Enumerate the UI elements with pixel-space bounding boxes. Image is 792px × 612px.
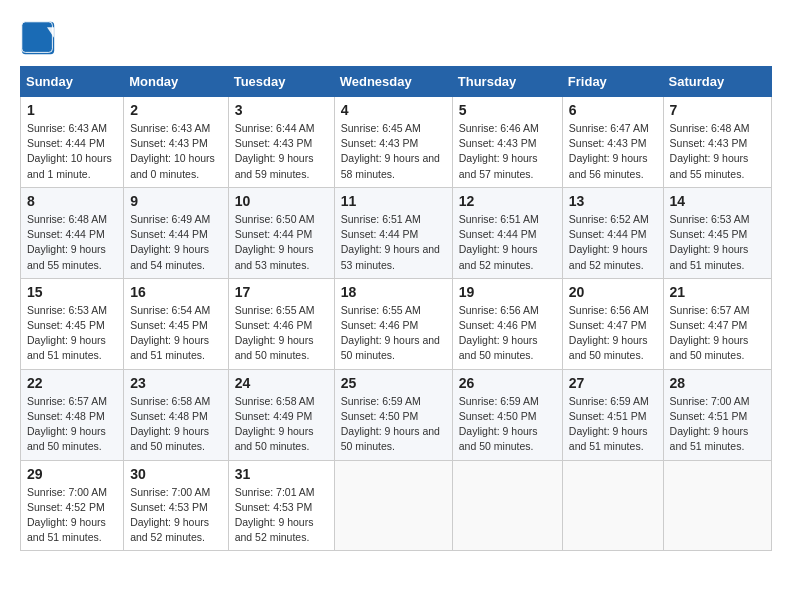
day-cell: 17 Sunrise: 6:55 AMSunset: 4:46 PMDaylig… (228, 278, 334, 369)
day-detail: Sunrise: 6:59 AMSunset: 4:50 PMDaylight:… (459, 395, 539, 453)
day-cell: 21 Sunrise: 6:57 AMSunset: 4:47 PMDaylig… (663, 278, 771, 369)
day-cell: 24 Sunrise: 6:58 AMSunset: 4:49 PMDaylig… (228, 369, 334, 460)
day-cell: 13 Sunrise: 6:52 AMSunset: 4:44 PMDaylig… (562, 187, 663, 278)
day-cell: 28 Sunrise: 7:00 AMSunset: 4:51 PMDaylig… (663, 369, 771, 460)
day-number: 5 (459, 102, 556, 118)
day-detail: Sunrise: 7:01 AMSunset: 4:53 PMDaylight:… (235, 486, 315, 544)
day-cell: 7 Sunrise: 6:48 AMSunset: 4:43 PMDayligh… (663, 97, 771, 188)
day-cell: 19 Sunrise: 6:56 AMSunset: 4:46 PMDaylig… (452, 278, 562, 369)
day-number: 3 (235, 102, 328, 118)
day-detail: Sunrise: 6:55 AMSunset: 4:46 PMDaylight:… (341, 304, 440, 362)
day-cell (452, 460, 562, 551)
day-number: 25 (341, 375, 446, 391)
day-number: 21 (670, 284, 765, 300)
day-cell: 12 Sunrise: 6:51 AMSunset: 4:44 PMDaylig… (452, 187, 562, 278)
day-detail: Sunrise: 6:51 AMSunset: 4:44 PMDaylight:… (341, 213, 440, 271)
calendar-table: SundayMondayTuesdayWednesdayThursdayFrid… (20, 66, 772, 551)
day-cell: 25 Sunrise: 6:59 AMSunset: 4:50 PMDaylig… (334, 369, 452, 460)
day-number: 22 (27, 375, 117, 391)
week-row-3: 15 Sunrise: 6:53 AMSunset: 4:45 PMDaylig… (21, 278, 772, 369)
day-detail: Sunrise: 7:00 AMSunset: 4:52 PMDaylight:… (27, 486, 107, 544)
day-detail: Sunrise: 6:56 AMSunset: 4:46 PMDaylight:… (459, 304, 539, 362)
day-detail: Sunrise: 6:48 AMSunset: 4:43 PMDaylight:… (670, 122, 750, 180)
day-cell: 1 Sunrise: 6:43 AMSunset: 4:44 PMDayligh… (21, 97, 124, 188)
day-number: 14 (670, 193, 765, 209)
day-detail: Sunrise: 6:51 AMSunset: 4:44 PMDaylight:… (459, 213, 539, 271)
day-cell: 14 Sunrise: 6:53 AMSunset: 4:45 PMDaylig… (663, 187, 771, 278)
day-number: 31 (235, 466, 328, 482)
column-header-tuesday: Tuesday (228, 67, 334, 97)
day-detail: Sunrise: 6:44 AMSunset: 4:43 PMDaylight:… (235, 122, 315, 180)
day-number: 26 (459, 375, 556, 391)
day-cell (663, 460, 771, 551)
day-detail: Sunrise: 6:54 AMSunset: 4:45 PMDaylight:… (130, 304, 210, 362)
day-cell: 4 Sunrise: 6:45 AMSunset: 4:43 PMDayligh… (334, 97, 452, 188)
day-cell: 29 Sunrise: 7:00 AMSunset: 4:52 PMDaylig… (21, 460, 124, 551)
day-detail: Sunrise: 6:58 AMSunset: 4:49 PMDaylight:… (235, 395, 315, 453)
day-detail: Sunrise: 6:53 AMSunset: 4:45 PMDaylight:… (27, 304, 107, 362)
day-number: 24 (235, 375, 328, 391)
day-detail: Sunrise: 6:57 AMSunset: 4:48 PMDaylight:… (27, 395, 107, 453)
day-number: 16 (130, 284, 221, 300)
day-cell: 15 Sunrise: 6:53 AMSunset: 4:45 PMDaylig… (21, 278, 124, 369)
day-number: 2 (130, 102, 221, 118)
day-cell: 16 Sunrise: 6:54 AMSunset: 4:45 PMDaylig… (124, 278, 228, 369)
day-number: 7 (670, 102, 765, 118)
day-detail: Sunrise: 6:56 AMSunset: 4:47 PMDaylight:… (569, 304, 649, 362)
day-detail: Sunrise: 6:59 AMSunset: 4:51 PMDaylight:… (569, 395, 649, 453)
day-cell: 9 Sunrise: 6:49 AMSunset: 4:44 PMDayligh… (124, 187, 228, 278)
column-header-thursday: Thursday (452, 67, 562, 97)
day-detail: Sunrise: 6:58 AMSunset: 4:48 PMDaylight:… (130, 395, 210, 453)
day-number: 1 (27, 102, 117, 118)
day-number: 10 (235, 193, 328, 209)
column-header-monday: Monday (124, 67, 228, 97)
day-detail: Sunrise: 6:43 AMSunset: 4:44 PMDaylight:… (27, 122, 112, 180)
calendar-header: SundayMondayTuesdayWednesdayThursdayFrid… (21, 67, 772, 97)
header-row: SundayMondayTuesdayWednesdayThursdayFrid… (21, 67, 772, 97)
day-number: 15 (27, 284, 117, 300)
page-header (20, 20, 772, 56)
day-cell (334, 460, 452, 551)
day-detail: Sunrise: 7:00 AMSunset: 4:53 PMDaylight:… (130, 486, 210, 544)
day-cell: 10 Sunrise: 6:50 AMSunset: 4:44 PMDaylig… (228, 187, 334, 278)
day-cell: 20 Sunrise: 6:56 AMSunset: 4:47 PMDaylig… (562, 278, 663, 369)
column-header-saturday: Saturday (663, 67, 771, 97)
logo (20, 20, 62, 56)
column-header-wednesday: Wednesday (334, 67, 452, 97)
day-cell: 6 Sunrise: 6:47 AMSunset: 4:43 PMDayligh… (562, 97, 663, 188)
day-number: 20 (569, 284, 657, 300)
day-detail: Sunrise: 6:50 AMSunset: 4:44 PMDaylight:… (235, 213, 315, 271)
day-detail: Sunrise: 6:55 AMSunset: 4:46 PMDaylight:… (235, 304, 315, 362)
day-cell: 31 Sunrise: 7:01 AMSunset: 4:53 PMDaylig… (228, 460, 334, 551)
day-cell: 27 Sunrise: 6:59 AMSunset: 4:51 PMDaylig… (562, 369, 663, 460)
day-number: 27 (569, 375, 657, 391)
day-cell: 3 Sunrise: 6:44 AMSunset: 4:43 PMDayligh… (228, 97, 334, 188)
column-header-sunday: Sunday (21, 67, 124, 97)
day-detail: Sunrise: 6:53 AMSunset: 4:45 PMDaylight:… (670, 213, 750, 271)
day-number: 12 (459, 193, 556, 209)
day-detail: Sunrise: 6:48 AMSunset: 4:44 PMDaylight:… (27, 213, 107, 271)
day-cell: 26 Sunrise: 6:59 AMSunset: 4:50 PMDaylig… (452, 369, 562, 460)
day-detail: Sunrise: 6:49 AMSunset: 4:44 PMDaylight:… (130, 213, 210, 271)
day-cell: 18 Sunrise: 6:55 AMSunset: 4:46 PMDaylig… (334, 278, 452, 369)
day-detail: Sunrise: 6:43 AMSunset: 4:43 PMDaylight:… (130, 122, 215, 180)
day-number: 30 (130, 466, 221, 482)
day-cell: 2 Sunrise: 6:43 AMSunset: 4:43 PMDayligh… (124, 97, 228, 188)
day-number: 18 (341, 284, 446, 300)
logo-icon (20, 20, 56, 56)
week-row-2: 8 Sunrise: 6:48 AMSunset: 4:44 PMDayligh… (21, 187, 772, 278)
day-number: 6 (569, 102, 657, 118)
day-cell: 5 Sunrise: 6:46 AMSunset: 4:43 PMDayligh… (452, 97, 562, 188)
day-detail: Sunrise: 6:59 AMSunset: 4:50 PMDaylight:… (341, 395, 440, 453)
day-cell: 30 Sunrise: 7:00 AMSunset: 4:53 PMDaylig… (124, 460, 228, 551)
day-detail: Sunrise: 6:45 AMSunset: 4:43 PMDaylight:… (341, 122, 440, 180)
day-detail: Sunrise: 6:52 AMSunset: 4:44 PMDaylight:… (569, 213, 649, 271)
day-number: 13 (569, 193, 657, 209)
day-number: 11 (341, 193, 446, 209)
day-number: 19 (459, 284, 556, 300)
day-detail: Sunrise: 7:00 AMSunset: 4:51 PMDaylight:… (670, 395, 750, 453)
column-header-friday: Friday (562, 67, 663, 97)
day-detail: Sunrise: 6:47 AMSunset: 4:43 PMDaylight:… (569, 122, 649, 180)
day-number: 29 (27, 466, 117, 482)
day-number: 4 (341, 102, 446, 118)
